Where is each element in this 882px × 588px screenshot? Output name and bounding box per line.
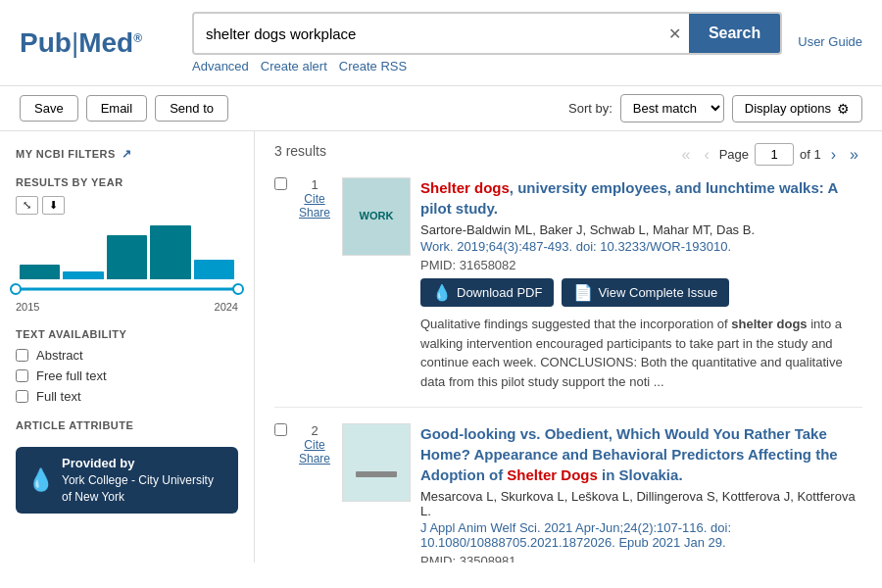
- sort-area: Sort by: Best match Most recent Display …: [568, 94, 862, 122]
- article-2-checkbox[interactable]: [274, 423, 287, 436]
- clear-search-button[interactable]: ✕: [661, 24, 689, 43]
- toolbar: Save Email Send to Sort by: Best match M…: [0, 86, 882, 131]
- article-1-actions: 💧 Download PDF 📄 View Complete Issue: [420, 278, 862, 307]
- logo-reg: ®: [133, 30, 142, 44]
- prev-page-button[interactable]: ‹: [700, 144, 712, 166]
- page-total: of 1: [800, 147, 821, 162]
- article-1-title[interactable]: Shelter dogs, university employees, and …: [420, 177, 862, 219]
- results-header: 3 results « ‹ Page of 1 › »: [274, 143, 862, 177]
- search-box: ✕ Search: [192, 12, 782, 55]
- filter-free-full-text-label[interactable]: Free full text: [36, 368, 107, 383]
- article-2-checkbox-area: [274, 423, 287, 563]
- article-1-num-area: 1 Cite Share: [297, 177, 332, 391]
- thumb-line-4: [356, 471, 397, 477]
- view-complete-issue-button[interactable]: 📄 View Complete Issue: [562, 278, 729, 307]
- article-1-share-button[interactable]: Share: [299, 206, 330, 220]
- save-button[interactable]: Save: [20, 95, 78, 122]
- year-range: 2015 2024: [16, 301, 238, 313]
- filter-free-full-text-checkbox[interactable]: [16, 369, 28, 382]
- page-input[interactable]: [755, 143, 794, 166]
- first-page-button[interactable]: «: [677, 144, 694, 166]
- last-page-button[interactable]: »: [846, 144, 862, 166]
- article-1-authors: Sartore-Baldwin ML, Baker J, Schwab L, M…: [420, 222, 862, 237]
- filter-abstract-label[interactable]: Abstract: [36, 348, 83, 363]
- sidebar: MY NCBI FILTERS ↗ RESULTS BY YEAR ⤡ ⬇: [0, 131, 255, 563]
- page-label: Page: [719, 147, 749, 162]
- bar: [150, 225, 190, 279]
- logo-med: Med: [78, 27, 133, 58]
- article-1-journal: Work. 2019;64(3):487-493. doi: 10.3233/W…: [420, 239, 862, 254]
- gear-icon: ⚙: [837, 101, 850, 117]
- article-2-cite-button[interactable]: Cite: [304, 438, 324, 452]
- sort-label: Sort by:: [568, 101, 612, 116]
- article-1-cite-button[interactable]: Cite: [304, 192, 324, 206]
- advanced-link[interactable]: Advanced: [192, 59, 249, 74]
- logo-area: Pub|Med®: [20, 27, 176, 59]
- ncbi-filters-title: MY NCBI FILTERS ↗: [16, 147, 238, 161]
- bar: [194, 260, 234, 279]
- article-1-checkbox-area: [274, 177, 287, 391]
- abstract-pre-text: Qualitative findings suggested that the …: [420, 317, 731, 331]
- search-input[interactable]: [194, 18, 661, 50]
- article-card-2: 2 Cite Share Good-looking vs. Obedient, …: [274, 423, 862, 563]
- search-area: ✕ Search Advanced Create alert Create RS…: [192, 12, 782, 74]
- range-dot-left[interactable]: [10, 283, 22, 295]
- text-availability-title: TEXT AVAILABILITY: [16, 328, 238, 340]
- main: MY NCBI FILTERS ↗ RESULTS BY YEAR ⤡ ⬇: [0, 131, 882, 563]
- provided-by-icon: 💧: [27, 467, 54, 493]
- article-2-share-button[interactable]: Share: [299, 452, 330, 466]
- range-slider[interactable]: [16, 281, 238, 297]
- display-options-button[interactable]: Display options ⚙: [732, 95, 862, 122]
- filter-full-text-label[interactable]: Full text: [36, 389, 81, 404]
- user-guide-link[interactable]: User Guide: [798, 34, 862, 49]
- article-1-abstract: Qualitative findings suggested that the …: [420, 315, 862, 391]
- article-2-title-highlight: Shelter Dogs: [507, 466, 598, 483]
- download-pdf-button[interactable]: 💧 Download PDF: [420, 278, 554, 307]
- ncbi-filters-section: MY NCBI FILTERS ↗: [16, 147, 238, 161]
- article-2-title[interactable]: Good-looking vs. Obedient, Which Would Y…: [420, 423, 862, 485]
- filter-full-text: Full text: [16, 389, 238, 404]
- search-links: Advanced Create alert Create RSS: [192, 59, 782, 74]
- filter-abstract-checkbox[interactable]: [16, 349, 28, 362]
- filter-free-full-text: Free full text: [16, 368, 238, 383]
- download-icon: 💧: [432, 283, 452, 302]
- sort-select[interactable]: Best match Most recent: [620, 94, 724, 122]
- bars-container: [16, 220, 238, 279]
- view-icon: 📄: [573, 283, 593, 302]
- article-2-authors: Mesarcova L, Skurkova L, Leškova L, Dill…: [420, 489, 862, 518]
- create-alert-link[interactable]: Create alert: [261, 59, 327, 74]
- filter-full-text-checkbox[interactable]: [16, 390, 28, 403]
- year-chart: ⤡ ⬇ 2015 2024: [16, 196, 238, 313]
- send-to-button[interactable]: Send to: [155, 95, 228, 122]
- article-attribute-title: ARTICLE ATTRIBUTE: [16, 419, 238, 431]
- chart-controls: ⤡ ⬇: [16, 196, 238, 215]
- search-button[interactable]: Search: [689, 14, 780, 53]
- create-rss-link[interactable]: Create RSS: [339, 59, 407, 74]
- article-1-checkbox[interactable]: [274, 177, 287, 190]
- abstract-highlight: shelter dogs: [731, 317, 807, 331]
- article-1-pmid: PMID: 31658082: [420, 258, 862, 272]
- article-1-thumbnail: WORK: [342, 177, 411, 256]
- results-area: 3 results « ‹ Page of 1 › » 1 Cite Share: [255, 131, 882, 563]
- bar: [107, 235, 147, 279]
- article-2-journal: J Appl Anim Welf Sci. 2021 Apr-Jun;24(2)…: [420, 520, 862, 550]
- article-1-thumb-text: WORK: [360, 210, 394, 222]
- article-1-number: 1: [311, 177, 318, 192]
- range-dot-right[interactable]: [232, 283, 244, 295]
- results-count: 3 results: [274, 143, 326, 159]
- article-2-pmid: PMID: 33508981: [420, 554, 862, 563]
- email-button[interactable]: Email: [86, 95, 148, 122]
- chart-download-button[interactable]: ⬇: [42, 196, 65, 215]
- results-by-year-title: RESULTS BY YEAR: [16, 176, 238, 188]
- article-2-num-area: 2 Cite Share: [297, 423, 332, 563]
- article-2-title-post: in Slovakia.: [598, 466, 683, 483]
- article-attribute-section: ARTICLE ATTRIBUTE: [16, 419, 238, 431]
- header-right: User Guide: [798, 34, 862, 51]
- header: Pub|Med® ✕ Search Advanced Create alert …: [0, 0, 882, 86]
- chart-expand-button[interactable]: ⤡: [16, 196, 38, 215]
- results-by-year-section: RESULTS BY YEAR ⤡ ⬇ 2015 2024: [16, 176, 238, 313]
- next-page-button[interactable]: ›: [827, 144, 840, 166]
- article-card-1: 1 Cite Share WORK Shelter dogs, universi…: [274, 177, 862, 408]
- display-options-label: Display options: [745, 101, 831, 116]
- external-link-icon: ↗: [122, 147, 132, 161]
